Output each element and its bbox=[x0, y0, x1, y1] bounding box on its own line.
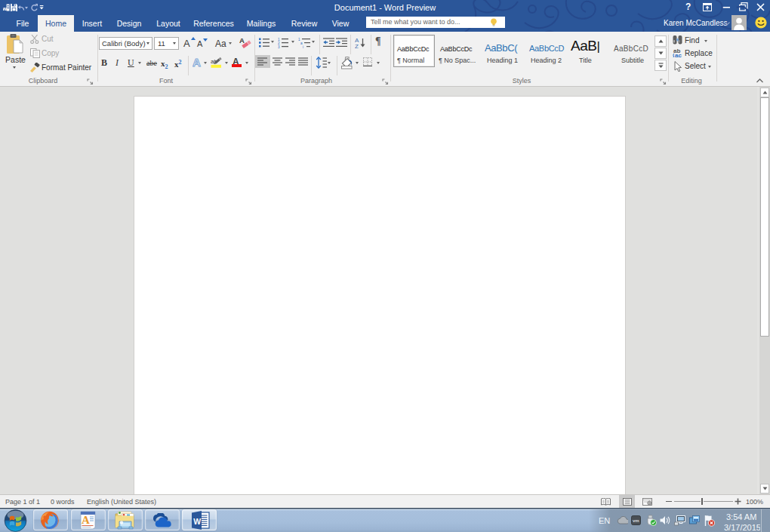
svg-text:i: i bbox=[303, 45, 303, 49]
svg-text:W: W bbox=[193, 517, 201, 526]
svg-text:A: A bbox=[192, 57, 201, 68]
svg-text:A: A bbox=[82, 514, 90, 526]
svg-text:3: 3 bbox=[278, 45, 280, 49]
svg-text:A: A bbox=[239, 36, 245, 45]
svg-text:Z: Z bbox=[355, 43, 359, 48]
svg-text:ac: ac bbox=[675, 52, 682, 57]
svg-text:vm: vm bbox=[633, 518, 639, 523]
